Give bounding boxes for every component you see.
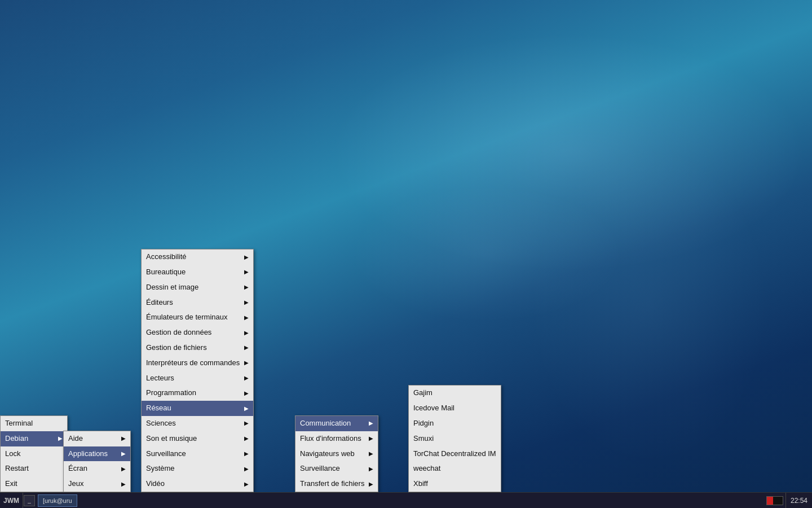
- submenu-arrow: ▶: [244, 253, 249, 262]
- taskbar-window[interactable]: [uruk@uru: [38, 494, 77, 507]
- submenu-arrow: ▶: [369, 449, 373, 458]
- menu-item-sciences[interactable]: Sciences ▶: [142, 416, 253, 431]
- submenu-arrow: ▶: [58, 434, 63, 443]
- menu-item-gajim[interactable]: Gajim: [409, 386, 501, 401]
- submenu-arrow: ▶: [121, 480, 126, 489]
- battery-indicator: [766, 496, 783, 505]
- submenu-arrow: ▶: [244, 480, 249, 489]
- submenu-arrow: ▶: [121, 449, 126, 458]
- submenu-arrow: ▶: [369, 434, 373, 443]
- taskbar-center: [uruk@uru: [36, 494, 766, 507]
- menu-item-exit[interactable]: Exit: [1, 476, 67, 492]
- submenu-arrow: ▶: [369, 480, 373, 489]
- submenu-arrow: ▶: [244, 358, 249, 367]
- submenu-arrow: ▶: [244, 298, 249, 307]
- menu-item-torchat[interactable]: TorChat Decentralized IM: [409, 446, 501, 462]
- menu-item-interpreteurs[interactable]: Interpréteurs de commandes ▶: [142, 356, 253, 371]
- menu-item-restart[interactable]: Restart: [1, 461, 67, 476]
- menu-item-applications[interactable]: Applications ▶: [64, 446, 130, 462]
- menu-item-reseau[interactable]: Réseau ▶: [142, 401, 253, 416]
- submenu-arrow: ▶: [244, 343, 249, 352]
- wm-label: JWM: [0, 493, 23, 508]
- submenu-arrow: ▶: [369, 419, 373, 428]
- menu-item-emulateurs[interactable]: Émulateurs de terminaux ▶: [142, 310, 253, 325]
- menu-item-jeux[interactable]: Jeux ▶: [64, 476, 130, 492]
- submenu-arrow: ▶: [244, 419, 249, 428]
- menu-item-pidgin[interactable]: Pidgin: [409, 416, 501, 431]
- menu-item-weechat[interactable]: weechat: [409, 461, 501, 476]
- submenu-arrow: ▶: [244, 389, 249, 398]
- menu-item-flux[interactable]: Flux d'informations ▶: [295, 431, 378, 446]
- menu-item-transfert[interactable]: Transfert de fichiers ▶: [295, 476, 378, 492]
- menu-item-debian[interactable]: Debian ▶: [1, 431, 67, 446]
- menu-item-gestion-donnees[interactable]: Gestion de données ▶: [142, 325, 253, 340]
- menu-item-lock[interactable]: Lock: [1, 446, 67, 462]
- menu-item-navigateurs[interactable]: Navigateurs web ▶: [295, 446, 378, 462]
- menu-item-xbiff[interactable]: Xbiff: [409, 476, 501, 492]
- menu-item-lecteurs[interactable]: Lecteurs ▶: [142, 371, 253, 386]
- minimize-button[interactable]: _: [24, 495, 35, 506]
- menu-item-programmation[interactable]: Programmation ▶: [142, 386, 253, 401]
- menu-item-bureautique[interactable]: Bureautique ▶: [142, 265, 253, 280]
- menu-item-surveillance[interactable]: Surveillance ▶: [142, 446, 253, 462]
- menu-item-video[interactable]: Vidéo ▶: [142, 476, 253, 492]
- menu-item-ecran[interactable]: Écran ▶: [64, 461, 130, 476]
- submenu-arrow: ▶: [244, 268, 249, 277]
- submenu-arrow: ▶: [244, 449, 249, 458]
- menu-item-son[interactable]: Son et musique ▶: [142, 431, 253, 446]
- menu-item-dessin[interactable]: Dessin et image ▶: [142, 280, 253, 295]
- submenu-arrow: ▶: [244, 465, 249, 474]
- menu-item-systeme[interactable]: Système ▶: [142, 461, 253, 476]
- taskbar-buttons: _: [23, 493, 36, 508]
- root-menu: Terminal Debian ▶ Lock Restart Exit: [0, 415, 68, 492]
- menu-item-accessibilite[interactable]: Accessibilité ▶: [142, 249, 253, 265]
- submenu-arrow: ▶: [244, 313, 249, 322]
- submenu-arrow: ▶: [244, 404, 249, 413]
- taskbar: JWM _ [uruk@uru 22:54: [0, 492, 812, 508]
- submenu-arrow: ▶: [244, 283, 249, 292]
- menu-item-aide[interactable]: Aide ▶: [64, 431, 130, 446]
- clock-display: 22:54: [785, 493, 812, 508]
- submenu-arrow: ▶: [244, 434, 249, 443]
- menu-item-icedove[interactable]: Icedove Mail: [409, 401, 501, 416]
- menu-item-surveillance-net[interactable]: Surveillance ▶: [295, 461, 378, 476]
- submenu-arrow: ▶: [369, 465, 373, 474]
- communication-menu: Gajim Icedove Mail Pidgin Smuxi TorChat …: [408, 385, 501, 492]
- menu-item-editeurs[interactable]: Éditeurs ▶: [142, 295, 253, 310]
- menu-item-communication[interactable]: Communication ▶: [295, 416, 378, 431]
- submenu-arrow: ▶: [121, 465, 126, 474]
- submenu-arrow: ▶: [244, 329, 249, 338]
- reseau-menu: Communication ▶ Flux d'informations ▶ Na…: [295, 415, 378, 492]
- desktop: Terminal Debian ▶ Lock Restart Exit Aide…: [0, 0, 812, 508]
- submenu-arrow: ▶: [244, 374, 249, 383]
- menu-item-smuxi[interactable]: Smuxi: [409, 431, 501, 446]
- submenu-arrow: ▶: [121, 434, 126, 443]
- applications-menu: Accessibilité ▶ Bureautique ▶ Dessin et …: [141, 249, 254, 492]
- menu-item-gestion-fichiers[interactable]: Gestion de fichiers ▶: [142, 340, 253, 356]
- debian-menu: Aide ▶ Applications ▶ Écran ▶ Jeux ▶: [63, 431, 131, 492]
- menu-item-terminal[interactable]: Terminal: [1, 416, 67, 431]
